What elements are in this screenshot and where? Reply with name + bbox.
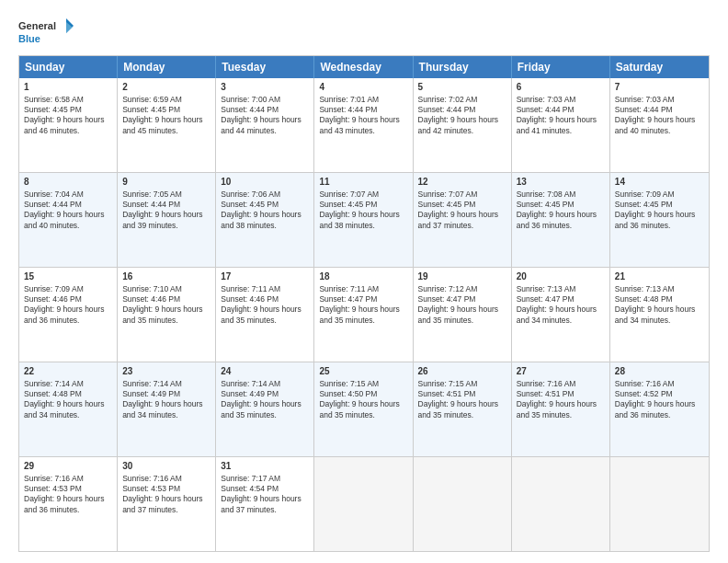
day-number: 30 xyxy=(122,460,210,473)
daylight-label: Daylight: 9 hours hours xyxy=(122,115,202,124)
calendar-day-header: Sunday xyxy=(19,56,118,78)
sunrise-label: Sunrise: 7:12 AM xyxy=(418,284,478,293)
day-number: 14 xyxy=(615,176,704,189)
sunrise-label: Sunrise: 7:07 AM xyxy=(319,190,379,199)
daylight-minutes: and 35 minutes. xyxy=(517,410,572,419)
calendar-day-header: Wednesday xyxy=(314,56,413,78)
sunset-label: Sunset: 4:51 PM xyxy=(418,389,476,398)
daylight-minutes: and 36 minutes. xyxy=(615,410,670,419)
page-header: General Blue xyxy=(18,17,710,50)
daylight-label: Daylight: 9 hours hours xyxy=(221,304,301,314)
day-number: 28 xyxy=(615,365,704,378)
day-number: 16 xyxy=(122,270,210,283)
daylight-minutes: and 37 minutes. xyxy=(221,505,276,514)
sunrise-label: Sunrise: 7:03 AM xyxy=(517,95,576,104)
sunrise-label: Sunrise: 7:06 AM xyxy=(221,190,280,199)
calendar-cell: 8Sunrise: 7:04 AMSunset: 4:44 PMDaylight… xyxy=(19,173,118,267)
daylight-minutes: and 42 minutes. xyxy=(418,126,473,135)
daylight-label: Daylight: 9 hours hours xyxy=(615,115,695,124)
daylight-label: Daylight: 9 hours hours xyxy=(24,115,104,124)
daylight-minutes: and 36 minutes. xyxy=(24,316,79,325)
daylight-minutes: and 35 minutes. xyxy=(319,316,374,325)
day-number: 11 xyxy=(319,176,407,189)
sunset-label: Sunset: 4:45 PM xyxy=(122,105,180,114)
day-number: 3 xyxy=(221,81,309,94)
sunset-label: Sunset: 4:44 PM xyxy=(615,105,673,114)
day-number: 13 xyxy=(517,176,605,189)
calendar-cell: 3Sunrise: 7:00 AMSunset: 4:44 PMDaylight… xyxy=(216,78,314,172)
daylight-minutes: and 45 minutes. xyxy=(122,126,177,135)
day-number: 26 xyxy=(418,365,506,378)
daylight-label: Daylight: 9 hours hours xyxy=(221,115,301,124)
calendar-cell: 25Sunrise: 7:15 AMSunset: 4:50 PMDayligh… xyxy=(314,362,413,456)
daylight-minutes: and 34 minutes. xyxy=(24,410,79,419)
day-number: 8 xyxy=(24,176,112,189)
daylight-minutes: and 36 minutes. xyxy=(24,505,79,514)
daylight-minutes: and 40 minutes. xyxy=(24,221,79,230)
calendar-cell: 11Sunrise: 7:07 AMSunset: 4:45 PMDayligh… xyxy=(314,173,413,267)
sunrise-label: Sunrise: 6:58 AM xyxy=(24,95,84,104)
day-number: 20 xyxy=(517,270,605,283)
calendar-cell: 4Sunrise: 7:01 AMSunset: 4:44 PMDaylight… xyxy=(314,78,413,172)
sunset-label: Sunset: 4:44 PM xyxy=(418,105,476,114)
calendar-day-header: Saturday xyxy=(610,56,709,78)
sunset-label: Sunset: 4:44 PM xyxy=(319,105,377,114)
calendar-page: General Blue SundayMondayTuesdayWednesda… xyxy=(0,0,728,563)
calendar-cell: 10Sunrise: 7:06 AMSunset: 4:45 PMDayligh… xyxy=(216,173,314,267)
daylight-label: Daylight: 9 hours hours xyxy=(418,115,498,124)
day-number: 9 xyxy=(122,176,210,189)
calendar-cell xyxy=(314,457,413,551)
sunrise-label: Sunrise: 7:10 AM xyxy=(122,284,182,293)
calendar-week-row: 29Sunrise: 7:16 AMSunset: 4:53 PMDayligh… xyxy=(19,457,709,551)
sunrise-label: Sunrise: 7:13 AM xyxy=(517,284,576,293)
sunset-label: Sunset: 4:50 PM xyxy=(319,389,377,398)
svg-text:Blue: Blue xyxy=(18,33,40,44)
sunset-label: Sunset: 4:46 PM xyxy=(122,294,180,304)
sunrise-label: Sunrise: 7:16 AM xyxy=(24,474,84,483)
day-number: 25 xyxy=(319,365,407,378)
day-number: 19 xyxy=(418,270,506,283)
daylight-minutes: and 35 minutes. xyxy=(221,316,276,325)
calendar-body: 1Sunrise: 6:58 AMSunset: 4:45 PMDaylight… xyxy=(19,78,709,551)
sunrise-label: Sunrise: 7:16 AM xyxy=(615,379,675,388)
sunrise-label: Sunrise: 7:16 AM xyxy=(517,379,576,388)
day-number: 23 xyxy=(122,365,210,378)
calendar-week-row: 1Sunrise: 6:58 AMSunset: 4:45 PMDaylight… xyxy=(19,78,709,173)
calendar-cell: 21Sunrise: 7:13 AMSunset: 4:48 PMDayligh… xyxy=(610,268,709,362)
sunset-label: Sunset: 4:44 PM xyxy=(122,200,180,209)
calendar-cell: 2Sunrise: 6:59 AMSunset: 4:45 PMDaylight… xyxy=(118,78,216,172)
calendar-week-row: 22Sunrise: 7:14 AMSunset: 4:48 PMDayligh… xyxy=(19,362,709,457)
calendar-cell: 23Sunrise: 7:14 AMSunset: 4:49 PMDayligh… xyxy=(118,362,216,456)
sunset-label: Sunset: 4:51 PM xyxy=(517,389,574,398)
daylight-minutes: and 35 minutes. xyxy=(418,316,473,325)
daylight-label: Daylight: 9 hours hours xyxy=(122,494,202,503)
daylight-label: Daylight: 9 hours hours xyxy=(418,210,498,219)
daylight-label: Daylight: 9 hours hours xyxy=(24,210,104,219)
daylight-label: Daylight: 9 hours hours xyxy=(418,399,498,408)
daylight-minutes: and 34 minutes. xyxy=(615,316,670,325)
sunset-label: Sunset: 4:46 PM xyxy=(221,294,279,304)
sunset-label: Sunset: 4:44 PM xyxy=(517,105,574,114)
sunrise-label: Sunrise: 7:17 AM xyxy=(221,474,280,483)
sunset-label: Sunset: 4:47 PM xyxy=(517,294,574,304)
sunrise-label: Sunrise: 7:11 AM xyxy=(319,284,379,293)
day-number: 17 xyxy=(221,270,309,283)
daylight-minutes: and 39 minutes. xyxy=(122,221,177,230)
daylight-label: Daylight: 9 hours hours xyxy=(122,399,202,408)
sunrise-label: Sunrise: 7:11 AM xyxy=(221,284,280,293)
daylight-minutes: and 35 minutes. xyxy=(221,410,276,419)
daylight-label: Daylight: 9 hours hours xyxy=(319,210,399,219)
logo-svg: General Blue xyxy=(18,17,74,50)
daylight-minutes: and 35 minutes. xyxy=(418,410,473,419)
sunrise-label: Sunrise: 7:15 AM xyxy=(319,379,379,388)
day-number: 5 xyxy=(418,81,506,94)
sunset-label: Sunset: 4:54 PM xyxy=(221,484,279,493)
calendar-cell: 22Sunrise: 7:14 AMSunset: 4:48 PMDayligh… xyxy=(19,362,118,456)
daylight-label: Daylight: 9 hours hours xyxy=(221,494,301,503)
calendar-cell: 18Sunrise: 7:11 AMSunset: 4:47 PMDayligh… xyxy=(314,268,413,362)
calendar: SundayMondayTuesdayWednesdayThursdayFrid… xyxy=(18,55,710,552)
day-number: 7 xyxy=(615,81,704,94)
calendar-cell xyxy=(414,457,512,551)
svg-text:General: General xyxy=(18,20,56,31)
day-number: 18 xyxy=(319,270,407,283)
